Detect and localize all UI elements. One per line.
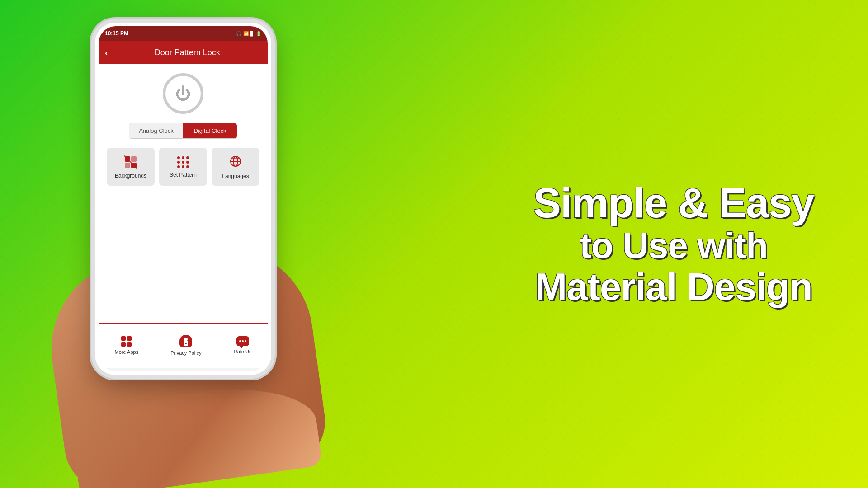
rate-us-label: Rate Us bbox=[234, 349, 252, 355]
backgrounds-icon bbox=[124, 155, 137, 169]
more-apps-label: More Apps bbox=[115, 349, 139, 355]
more-apps-nav-item[interactable]: More Apps bbox=[115, 336, 139, 355]
signal-icon: ▊ bbox=[250, 31, 254, 36]
phone-frame: 10:15 PM 🎧 📶 ▊ 🔋 ‹ Door Pattern Lock bbox=[95, 23, 271, 375]
headline-line1: Simple & Easy bbox=[533, 180, 814, 226]
app-title: Door Pattern Lock bbox=[113, 48, 261, 57]
set-pattern-label: Set Pattern bbox=[170, 172, 197, 178]
back-arrow-icon[interactable]: ‹ bbox=[105, 47, 108, 58]
globe-icon bbox=[229, 155, 242, 169]
menu-grid: Backgrounds Set Pattern bbox=[105, 148, 261, 186]
battery-icon: 🔋 bbox=[256, 31, 261, 36]
main-content: ⏻ Analog Clock Digital Clock bbox=[99, 64, 268, 323]
headline-line2: to Use with bbox=[515, 226, 832, 266]
status-icons: 🎧 📶 ▊ 🔋 bbox=[236, 31, 261, 36]
rate-us-nav-item[interactable]: Rate Us bbox=[234, 336, 252, 355]
bottom-nav: More Apps Privacy Policy bbox=[99, 323, 268, 368]
scene: Simple & Easy to Use with Material Desig… bbox=[0, 0, 868, 488]
privacy-icon bbox=[179, 335, 192, 347]
phone-screen: 10:15 PM 🎧 📶 ▊ 🔋 ‹ Door Pattern Lock bbox=[99, 26, 268, 371]
more-apps-icon bbox=[121, 336, 132, 347]
backgrounds-label: Backgrounds bbox=[115, 173, 146, 179]
headline: Simple & Easy to Use with Material Desig… bbox=[515, 180, 832, 308]
languages-label: Languages bbox=[222, 173, 249, 179]
phone-container: 10:15 PM 🎧 📶 ▊ 🔋 ‹ Door Pattern Lock bbox=[72, 9, 298, 470]
clock-toggle[interactable]: Analog Clock Digital Clock bbox=[129, 123, 237, 139]
promo-text: Simple & Easy to Use with Material Desig… bbox=[515, 180, 832, 308]
svg-rect-2 bbox=[125, 163, 130, 168]
privacy-policy-label: Privacy Policy bbox=[170, 350, 201, 356]
headline-line3: Material Design bbox=[515, 266, 832, 308]
power-icon: ⏻ bbox=[175, 85, 191, 103]
status-time: 10:15 PM bbox=[105, 30, 128, 37]
analog-clock-button[interactable]: Analog Clock bbox=[129, 123, 183, 138]
digital-clock-button[interactable]: Digital Clock bbox=[183, 123, 237, 138]
set-pattern-icon bbox=[177, 156, 189, 168]
set-pattern-menu-item[interactable]: Set Pattern bbox=[159, 148, 207, 186]
headset-icon: 🎧 bbox=[236, 31, 241, 36]
backgrounds-menu-item[interactable]: Backgrounds bbox=[107, 148, 155, 186]
wifi-icon: 📶 bbox=[243, 31, 249, 36]
power-button[interactable]: ⏻ bbox=[163, 73, 203, 114]
app-header: ‹ Door Pattern Lock bbox=[99, 41, 268, 64]
svg-rect-1 bbox=[131, 156, 137, 162]
privacy-policy-nav-item[interactable]: Privacy Policy bbox=[170, 335, 201, 356]
languages-menu-item[interactable]: Languages bbox=[212, 148, 259, 186]
rate-us-icon bbox=[236, 336, 249, 346]
status-bar: 10:15 PM 🎧 📶 ▊ 🔋 bbox=[99, 26, 268, 41]
